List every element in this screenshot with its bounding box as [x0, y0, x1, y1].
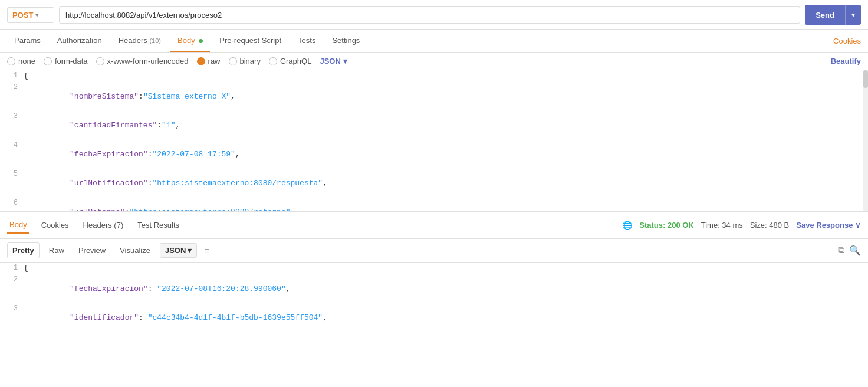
view-visualize[interactable]: Visualize: [115, 243, 155, 258]
response-header: Body Cookies Headers (7) Test Results 🌐 …: [0, 212, 868, 239]
request-tabs: Params Authorization Headers (10) Body P…: [0, 30, 868, 53]
radio-binary[interactable]: [229, 57, 237, 65]
req-line-3: 3 "cantidadFirmantes":"1",: [0, 111, 868, 140]
response-size: Size: 480 B: [750, 221, 790, 229]
resp-tab-test-results[interactable]: Test Results: [135, 217, 182, 233]
request-editor[interactable]: 1 { 2 "nombreSistema":"Sistema externo X…: [0, 70, 868, 212]
send-dropdown-arrow[interactable]: ▾: [845, 5, 861, 25]
req-line-5: 5 "urlNotificacion":"https:sistemaextern…: [0, 169, 868, 198]
save-response-button[interactable]: Save Response ∨: [796, 221, 861, 229]
resp-line-1: 1 {: [0, 263, 868, 274]
headers-badge: (10): [149, 37, 161, 44]
resp-line-2: 2 "fechaExpiracion": "2022-07-08T16:20:2…: [0, 274, 868, 303]
body-options-row: none form-data x-www-form-urlencoded raw…: [0, 53, 868, 70]
search-icon[interactable]: 🔍: [849, 245, 861, 256]
editor-scrollbar[interactable]: [863, 70, 868, 211]
method-chevron: ▾: [35, 12, 38, 18]
radio-raw[interactable]: [197, 57, 205, 65]
option-none[interactable]: none: [7, 57, 35, 65]
beautify-button[interactable]: Beautify: [831, 57, 861, 65]
resp-icon-group: ⧉ 🔍: [838, 245, 861, 256]
status-ok: Status: 200 OK: [639, 221, 693, 229]
resp-tab-body[interactable]: Body: [7, 217, 29, 234]
globe-icon: 🌐: [622, 221, 632, 230]
req-line-1: 1 {: [0, 70, 868, 82]
json-type-selector[interactable]: JSON ▾: [320, 57, 347, 65]
option-form-data[interactable]: form-data: [44, 57, 88, 65]
tab-headers[interactable]: Headers (10): [111, 30, 168, 52]
editor-scrollbar-thumb[interactable]: [863, 70, 868, 88]
tab-authorization[interactable]: Authorization: [50, 30, 109, 52]
view-pretty[interactable]: Pretty: [7, 242, 40, 258]
method-label: POST: [12, 11, 33, 19]
top-bar: POST ▾ Send ▾: [0, 0, 868, 30]
tab-pre-request[interactable]: Pre-request Script: [212, 30, 288, 52]
option-urlencoded[interactable]: x-www-form-urlencoded: [96, 57, 189, 65]
tab-body[interactable]: Body: [170, 30, 210, 52]
response-editor[interactable]: 1 { 2 "fechaExpiracion": "2022-07-08T16:…: [0, 263, 868, 333]
req-line-4: 4 "fechaExpiracion":"2022-07-08 17:59",: [0, 140, 868, 169]
copy-icon[interactable]: ⧉: [838, 245, 844, 256]
url-input[interactable]: [59, 6, 800, 24]
resp-tab-cookies[interactable]: Cookies: [39, 217, 71, 233]
option-raw[interactable]: raw: [197, 57, 221, 65]
radio-graphql[interactable]: [269, 57, 277, 65]
radio-none[interactable]: [7, 57, 15, 65]
response-time: Time: 34 ms: [701, 221, 743, 229]
request-code-lines: 1 { 2 "nombreSistema":"Sistema externo X…: [0, 70, 868, 212]
resp-line-3: 3 "identificador": "c44c34b4-4d1f-4b1f-b…: [0, 303, 868, 332]
send-label: Send: [805, 11, 845, 19]
response-code-lines: 1 { 2 "fechaExpiracion": "2022-07-08T16:…: [0, 263, 868, 333]
option-binary[interactable]: binary: [229, 57, 261, 65]
req-line-6: 6 "urlRetorno":"https:sistemaexterno:808…: [0, 198, 868, 212]
tab-params[interactable]: Params: [7, 30, 48, 52]
method-selector[interactable]: POST ▾: [7, 7, 54, 23]
cookies-link[interactable]: Cookies: [833, 37, 861, 45]
send-button[interactable]: Send ▾: [805, 5, 861, 25]
view-options-row: Pretty Raw Preview Visualize JSON ▾ ≡ ⧉ …: [0, 239, 868, 263]
filter-icon[interactable]: ≡: [204, 246, 209, 255]
resp-tab-headers[interactable]: Headers (7): [81, 217, 126, 233]
view-raw[interactable]: Raw: [44, 243, 69, 258]
radio-urlencoded[interactable]: [96, 57, 104, 65]
resp-json-selector[interactable]: JSON ▾: [160, 243, 197, 258]
radio-form-data[interactable]: [44, 57, 52, 65]
tab-tests[interactable]: Tests: [291, 30, 323, 52]
tab-settings[interactable]: Settings: [325, 30, 367, 52]
view-preview[interactable]: Preview: [74, 243, 110, 258]
option-graphql[interactable]: GraphQL: [269, 57, 311, 65]
response-status-group: 🌐 Status: 200 OK Time: 34 ms Size: 480 B…: [622, 221, 861, 230]
resp-line-4: 4 "claveSeguridad": "58d2b20e-52f4-43fa-…: [0, 332, 868, 333]
req-line-2: 2 "nombreSistema":"Sistema externo X",: [0, 82, 868, 111]
body-dot: [199, 39, 203, 43]
